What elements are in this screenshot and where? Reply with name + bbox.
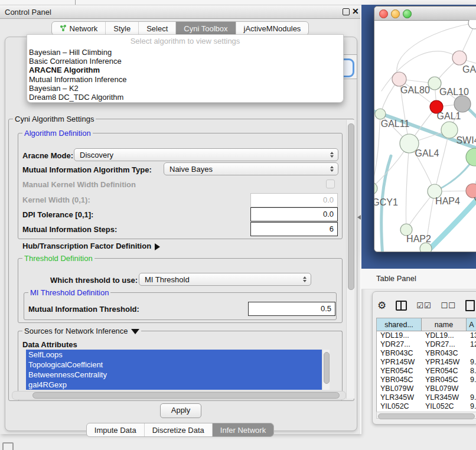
network-node[interactable] xyxy=(420,243,432,252)
algorithm-option[interactable]: Bayesian – Hill Climbing xyxy=(29,48,336,57)
node-table[interactable]: shared...nameA YDL19...YDL19...13YDR27..… xyxy=(376,318,476,412)
control-panel-title: Control Panel xyxy=(5,8,51,17)
network-edge[interactable] xyxy=(406,144,409,230)
table-row[interactable]: YER054CYER054C8. xyxy=(377,367,476,376)
node-label-GAL4: GAL4 xyxy=(415,148,439,158)
algorithm-option[interactable]: Basic Correlation Inference xyxy=(29,57,336,66)
mi-threshold-group-title: MI Threshold Definition xyxy=(28,288,110,297)
node-label-GAL10: GAL10 xyxy=(439,87,469,97)
kernel-width-field[interactable]: 0.0 xyxy=(250,193,338,207)
control-panel: Control Panel ✕ NetworkStyleSelectCyni T… xyxy=(0,5,361,434)
node-label-GAL1: GAL1 xyxy=(437,111,461,121)
settings-horizontal-scrollbar[interactable] xyxy=(12,391,346,400)
tab-select[interactable]: Select xyxy=(139,22,176,35)
mi-type-select[interactable]: Naive Bayes xyxy=(164,162,338,175)
divider-collapse-icon[interactable] xyxy=(357,215,361,220)
algorithm-dropdown[interactable]: Select algorithm to view settings Bayesi… xyxy=(27,34,344,103)
table-toolbar: ⚙ ☑☑ ☐☐ xyxy=(377,298,476,313)
table-row[interactable]: YDL19...YDL19...13 xyxy=(377,331,476,340)
cell-shared: YBR043C xyxy=(377,349,422,358)
network-edge[interactable] xyxy=(435,130,449,191)
minimize-traffic-icon[interactable] xyxy=(391,9,400,18)
network-node[interactable] xyxy=(452,51,467,65)
settings-vertical-scrollbar[interactable] xyxy=(346,120,354,399)
network-node[interactable] xyxy=(375,109,386,119)
tab-discretize-data[interactable]: Discretize Data xyxy=(145,423,213,436)
network-window[interactable]: GALGAL80GAL10GAL1SWI4GAL11GAL4GCY1HAP4YH… xyxy=(374,6,476,252)
algorithm-option[interactable]: ARACNE Algorithm xyxy=(29,66,336,74)
table-row[interactable]: YLR345WYLR345W9. xyxy=(377,393,476,402)
cell-val: 9. xyxy=(467,393,476,402)
column-header-name[interactable]: name xyxy=(422,318,467,331)
cell-name: YER054C xyxy=(422,367,467,376)
table-row[interactable]: YIL052CYIL052C9. xyxy=(377,402,476,411)
sources-group-toggle[interactable]: Sources for Network Inference xyxy=(22,327,141,335)
tab-cyni-toolbox[interactable]: Cyni Toolbox xyxy=(176,22,236,35)
mi-type-value: Naive Bayes xyxy=(169,165,213,174)
cell-val: 9. xyxy=(467,358,476,367)
network-node[interactable] xyxy=(374,182,377,194)
aracne-mode-select[interactable]: Discovery xyxy=(74,148,338,161)
algorithm-option[interactable]: Dream8 DC_TDC Algorithm xyxy=(29,93,336,102)
algorithm-option[interactable]: Bayesian – K2 xyxy=(29,84,336,93)
network-node[interactable] xyxy=(441,122,458,138)
gear-icon[interactable]: ⚙ xyxy=(377,301,386,311)
tab-label: Impute Data xyxy=(94,426,136,435)
cell-shared: YDR27... xyxy=(377,340,422,349)
columns-icon[interactable] xyxy=(396,301,407,311)
mi-threshold-field[interactable]: 0.5 xyxy=(248,302,335,316)
tab-jactivemnodules[interactable]: jActiveMNodules xyxy=(236,22,309,35)
network-edge[interactable] xyxy=(374,114,380,189)
tab-network[interactable]: Network xyxy=(52,22,106,35)
tab-impute-data[interactable]: Impute Data xyxy=(87,423,145,436)
table-row[interactable]: YBR045CYBR045C9. xyxy=(377,376,476,384)
table-row[interactable]: YBL079WYBL079W xyxy=(377,384,476,393)
tab-infer-network[interactable]: Infer Network xyxy=(213,423,273,436)
tab-label: Network xyxy=(70,24,98,33)
tab-style[interactable]: Style xyxy=(106,22,139,35)
data-attribute-item[interactable]: SelfLoops xyxy=(26,350,330,360)
data-attribute-item[interactable]: gal4RGexp xyxy=(26,380,330,390)
select-all-checks-icon[interactable]: ☑☑ xyxy=(416,301,431,310)
column-header-shared[interactable]: shared... xyxy=(377,318,422,331)
table-header-row: shared...nameA xyxy=(377,318,476,331)
close-icon[interactable]: ✕ xyxy=(352,6,359,16)
deselect-all-checks-icon[interactable]: ☐☐ xyxy=(441,301,456,310)
network-node[interactable] xyxy=(392,72,406,86)
data-attributes-list[interactable]: SelfLoopsTopologicalCoefficientBetweenne… xyxy=(26,350,330,390)
network-node[interactable] xyxy=(454,96,471,112)
which-threshold-select[interactable]: MI Threshold xyxy=(139,273,311,286)
apply-button[interactable]: Apply xyxy=(160,403,201,418)
table-row[interactable]: YDR27...YDR27...12 xyxy=(377,340,476,349)
table-horizontal-scrollbar[interactable] xyxy=(376,412,476,419)
network-canvas[interactable]: GALGAL80GAL10GAL1SWI4GAL11GAL4GCY1HAP4YH… xyxy=(374,20,476,252)
network-node[interactable] xyxy=(466,148,476,166)
node-label-GCY1: GCY1 xyxy=(374,197,398,207)
float-window-icon[interactable] xyxy=(343,8,350,15)
algorithm-option[interactable]: Mutual Information Inference xyxy=(29,75,336,84)
export-file-icon[interactable] xyxy=(465,300,475,311)
cell-name: YIL052C xyxy=(422,402,467,411)
data-attribute-item[interactable]: BetweennessCentrality xyxy=(26,370,330,380)
cell-shared: YLR345W xyxy=(377,393,422,402)
table-row[interactable]: YPR145WYPR145W9. xyxy=(377,358,476,367)
tab-label: Cyni Toolbox xyxy=(184,24,227,33)
column-header-A[interactable]: A xyxy=(467,318,476,331)
network-window-titlebar[interactable] xyxy=(374,6,476,21)
dpi-tolerance-field[interactable]: 0.0 xyxy=(250,207,338,221)
close-traffic-icon[interactable] xyxy=(379,9,388,18)
data-attribute-item[interactable]: TopologicalCoefficient xyxy=(26,360,330,370)
tab-label: Select xyxy=(146,24,168,33)
cell-name: YBR045C xyxy=(422,376,467,384)
mi-steps-field[interactable]: 6 xyxy=(250,222,338,236)
minimized-panel-icon[interactable] xyxy=(2,442,14,450)
hub-definition-toggle[interactable]: Hub/Transcription Factor Definition xyxy=(22,242,160,250)
cell-shared: YBR045C xyxy=(377,376,422,384)
dpi-tolerance-label: DPI Tolerance [0,1]: xyxy=(22,210,93,219)
mi-type-label: Mutual Information Algorithm Type: xyxy=(22,165,152,174)
manual-kernel-checkbox[interactable] xyxy=(326,180,335,188)
table-row[interactable]: YBR043CYBR043C xyxy=(377,349,476,358)
network-node[interactable] xyxy=(468,20,476,29)
zoom-traffic-icon[interactable] xyxy=(403,9,412,18)
attr-list-vertical-scrollbar[interactable] xyxy=(322,350,330,390)
